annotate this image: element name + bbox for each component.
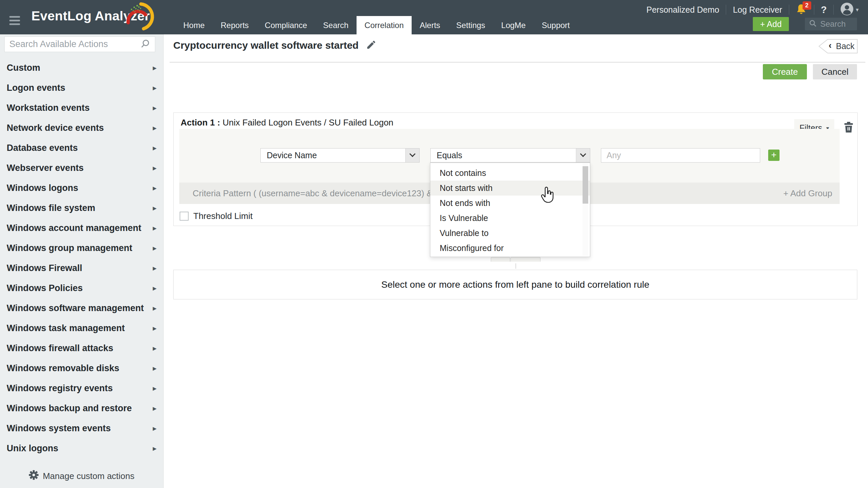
sidebar-search[interactable] bbox=[4, 36, 155, 52]
sidebar-item-windows-policies[interactable]: Windows Policies▸ bbox=[0, 278, 163, 298]
notifications-bell-icon[interactable]: 2 bbox=[796, 3, 807, 16]
header-user-area: Personalized Demo Log Receiver 2 ? bbox=[646, 3, 859, 17]
header-search-input[interactable] bbox=[820, 19, 853, 29]
sidebar-item-logon-events[interactable]: Logon events▸ bbox=[0, 78, 163, 98]
page-title: Cryptocurrency wallet software started bbox=[173, 40, 359, 51]
sidebar-item-label: Workstation events bbox=[7, 103, 90, 113]
dropdown-option-not-ends-with[interactable]: Not ends with bbox=[430, 196, 590, 210]
sidebar-item-windows-task-management[interactable]: Windows task management▸ bbox=[0, 318, 163, 338]
sidebar-item-windows-software-management[interactable]: Windows software management▸ bbox=[0, 298, 163, 318]
search-icon bbox=[809, 19, 817, 29]
back-chevron-icon: ‹ bbox=[829, 40, 832, 51]
sidebar-item-windows-firewall[interactable]: Windows Firewall▸ bbox=[0, 258, 163, 278]
chevron-right-icon: ▸ bbox=[153, 84, 157, 92]
sidebar-item-custom[interactable]: Custom▸ bbox=[0, 58, 163, 78]
action-heading-prefix: Action 1 : bbox=[181, 118, 220, 128]
chevron-right-icon: ▸ bbox=[153, 404, 157, 413]
sidebar-item-windows-firewall-attacks[interactable]: Windows firewall attacks▸ bbox=[0, 338, 163, 358]
eventlog-analyzer-app: EventLog Analyzer HomeReportsComplianceS… bbox=[0, 0, 868, 488]
sidebar-search-input[interactable] bbox=[9, 39, 140, 50]
nav-tab-alerts[interactable]: Alerts bbox=[412, 16, 448, 34]
sidebar-item-database-events[interactable]: Database events▸ bbox=[0, 138, 163, 158]
dropdown-scrollbar-thumb[interactable] bbox=[583, 166, 588, 204]
sidebar-item-unix-logons[interactable]: Unix logons▸ bbox=[0, 438, 163, 458]
add-button[interactable]: + Add bbox=[753, 17, 789, 31]
add-criteria-button[interactable]: + bbox=[768, 150, 779, 161]
dropdown-option-not-contains[interactable]: Not contains bbox=[430, 166, 590, 181]
sidebar-item-label: Windows Firewall bbox=[7, 263, 82, 273]
actions-sidebar: Custom▸Logon events▸Workstation events▸N… bbox=[0, 34, 163, 488]
cancel-button[interactable]: Cancel bbox=[813, 64, 857, 79]
sidebar-item-label: Windows Policies bbox=[7, 283, 83, 293]
sidebar-item-label: Webserver events bbox=[7, 163, 84, 173]
add-group-button[interactable]: + Add Group bbox=[783, 183, 832, 204]
chevron-right-icon: ▸ bbox=[153, 384, 157, 393]
dropdown-option-not-starts-with[interactable]: Not starts with bbox=[430, 181, 590, 196]
sidebar-item-network-device-events[interactable]: Network device events▸ bbox=[0, 118, 163, 138]
sidebar-item-workstation-events[interactable]: Workstation events▸ bbox=[0, 98, 163, 118]
operator-select[interactable]: Equals bbox=[430, 148, 590, 163]
obscured-button bbox=[491, 257, 510, 262]
sidebar-item-label: Windows task management bbox=[7, 323, 125, 333]
sidebar-item-windows-group-management[interactable]: Windows group management▸ bbox=[0, 238, 163, 258]
chevron-right-icon: ▸ bbox=[153, 204, 157, 212]
manage-custom-actions-link[interactable]: Manage custom actions bbox=[0, 470, 163, 482]
log-receiver-link[interactable]: Log Receiver bbox=[733, 5, 782, 15]
value-input[interactable] bbox=[601, 148, 760, 163]
notification-count-badge: 2 bbox=[803, 1, 811, 10]
sidebar-item-windows-registry-events[interactable]: Windows registry events▸ bbox=[0, 378, 163, 398]
nav-tab-search[interactable]: Search bbox=[315, 16, 356, 34]
nav-tab-compliance[interactable]: Compliance bbox=[257, 16, 315, 34]
sidebar-item-label: Windows file system bbox=[7, 203, 95, 213]
top-header: EventLog Analyzer HomeReportsComplianceS… bbox=[0, 0, 868, 34]
chevron-right-icon: ▸ bbox=[153, 224, 157, 232]
sidebar-item-windows-account-management[interactable]: Windows account management▸ bbox=[0, 218, 163, 238]
chevron-down-icon bbox=[576, 149, 590, 162]
demo-label: Personalized Demo bbox=[646, 5, 719, 15]
nav-tab-settings[interactable]: Settings bbox=[448, 16, 493, 34]
sidebar-item-label: Unix logons bbox=[7, 443, 58, 454]
criteria-pattern-text: Criteria Pattern ( (username=abc & devic… bbox=[193, 183, 438, 204]
nav-tab-reports[interactable]: Reports bbox=[213, 16, 257, 34]
sidebar-item-windows-logons[interactable]: Windows logons▸ bbox=[0, 178, 163, 198]
nav-tab-correlation[interactable]: Correlation bbox=[356, 16, 412, 34]
sidebar-item-windows-removable-disks[interactable]: Windows removable disks▸ bbox=[0, 358, 163, 378]
nav-tab-support[interactable]: Support bbox=[534, 16, 578, 34]
dropdown-option-is-vulnerable[interactable]: Is Vulnerable bbox=[430, 210, 590, 226]
user-menu[interactable]: ▾ bbox=[840, 2, 859, 17]
nav-tab-home[interactable]: Home bbox=[175, 16, 213, 34]
chevron-right-icon: ▸ bbox=[153, 184, 157, 192]
nav-tab-logme[interactable]: LogMe bbox=[493, 16, 533, 34]
rule-title-row: Cryptocurrency wallet software started bbox=[173, 39, 377, 52]
title-divider bbox=[169, 62, 865, 63]
create-button[interactable]: Create bbox=[763, 64, 807, 79]
dropdown-scrollbar[interactable] bbox=[583, 164, 588, 256]
field-select[interactable]: Device Name bbox=[260, 148, 420, 163]
sidebar-item-windows-file-system[interactable]: Windows file system▸ bbox=[0, 198, 163, 218]
edit-pencil-icon[interactable] bbox=[366, 39, 377, 52]
chevron-right-icon: ▸ bbox=[153, 364, 157, 372]
chevron-right-icon: ▸ bbox=[153, 143, 157, 152]
sidebar-item-windows-system-events[interactable]: Windows system events▸ bbox=[0, 418, 163, 438]
help-icon[interactable]: ? bbox=[821, 4, 827, 15]
chevron-right-icon: ▸ bbox=[153, 284, 157, 292]
chevron-right-icon: ▸ bbox=[153, 264, 157, 272]
chevron-right-icon: ▸ bbox=[153, 164, 157, 172]
dropdown-option-misconfigured-for[interactable]: Misconfigured for bbox=[430, 241, 590, 256]
sidebar-item-windows-backup-and-restore[interactable]: Windows backup and restore▸ bbox=[0, 398, 163, 418]
hamburger-menu-icon[interactable] bbox=[9, 16, 20, 27]
sidebar-item-label: Database events bbox=[7, 143, 78, 153]
divider bbox=[726, 5, 726, 15]
chevron-right-icon: ▸ bbox=[153, 124, 157, 132]
sidebar-item-label: Windows registry events bbox=[7, 383, 113, 394]
back-button[interactable]: ‹ Back bbox=[818, 39, 858, 54]
chevron-down-icon: ▾ bbox=[856, 6, 859, 13]
delete-action-icon[interactable] bbox=[844, 122, 853, 133]
dropdown-option-vulnerable-to[interactable]: Vulnerable to bbox=[430, 226, 590, 241]
logo-swoosh-icon bbox=[122, 1, 156, 34]
sidebar-item-webserver-events[interactable]: Webserver events▸ bbox=[0, 158, 163, 178]
header-search[interactable] bbox=[805, 18, 857, 30]
threshold-limit-checkbox[interactable] bbox=[180, 212, 189, 221]
sidebar-item-label: Network device events bbox=[7, 123, 104, 133]
operator-dropdown-list: Not containsNot starts withNot ends with… bbox=[430, 166, 590, 256]
